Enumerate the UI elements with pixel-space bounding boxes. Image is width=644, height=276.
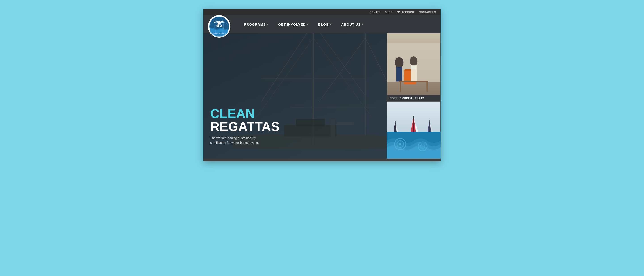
card-corpus-christi[interactable]: CORPUS CHRISTI, TEXAS <box>387 33 440 101</box>
shop-link[interactable]: SHOP <box>385 11 392 14</box>
hero-title-line2: REGATTAS <box>210 120 280 133</box>
card-waves-bottom[interactable] <box>387 132 440 159</box>
svg-rect-27 <box>396 67 402 81</box>
svg-rect-30 <box>399 81 428 82</box>
utility-bar: DONATE SHOP MY ACCOUNT CONTACT US <box>204 9 440 15</box>
hero-title-line1: CLEAN <box>210 107 280 120</box>
donate-link[interactable]: DONATE <box>370 11 380 14</box>
nav-get-involved[interactable]: GET INVOLVED ▾ <box>273 22 313 26</box>
svg-point-28 <box>410 56 418 66</box>
corpus-christi-label: CORPUS CHRISTI, TEXAS <box>387 95 440 101</box>
hero-section: CLEAN REGATTAS The world's leading susta… <box>204 33 440 159</box>
logo-circle: SAILORS FOR THE SEA POWERED BY OCEANA <box>208 15 230 38</box>
my-account-link[interactable]: MY ACCOUNT <box>397 11 414 14</box>
contact-us-link[interactable]: CONTACT US <box>419 11 436 14</box>
logo-container[interactable]: SAILORS FOR THE SEA POWERED BY OCEANA <box>208 15 232 40</box>
corpus-christi-image <box>387 33 440 101</box>
svg-point-26 <box>395 57 404 68</box>
hero-title: CLEAN REGATTAS <box>210 107 280 133</box>
logo-svg: SAILORS FOR THE SEA POWERED BY OCEANA <box>209 16 229 37</box>
hero-subtitle: The world's leading sustainability certi… <box>210 136 264 145</box>
chevron-down-icon: ▾ <box>362 23 363 26</box>
chevron-down-icon: ▾ <box>307 23 308 26</box>
hero-content: CLEAN REGATTAS The world's leading susta… <box>210 107 280 145</box>
nav-items: PROGRAMS ▾ GET INVOLVED ▾ BLOG ▾ ABOUT U… <box>239 22 436 26</box>
chevron-down-icon: ▾ <box>267 23 268 26</box>
svg-rect-29 <box>411 65 416 81</box>
waves-image <box>387 132 440 159</box>
svg-point-46 <box>399 143 402 145</box>
nav-blog[interactable]: BLOG ▾ <box>313 22 336 26</box>
nav-about-us[interactable]: ABOUT US ▾ <box>336 22 368 26</box>
chevron-down-icon: ▾ <box>330 23 332 26</box>
main-nav: SAILORS FOR THE SEA POWERED BY OCEANA PR… <box>204 15 440 33</box>
browser-window: DONATE SHOP MY ACCOUNT CONTACT US SAILOR… <box>204 9 440 161</box>
svg-text:POWERED BY OCEANA: POWERED BY OCEANA <box>212 33 226 34</box>
nav-programs[interactable]: PROGRAMS ▾ <box>239 22 273 26</box>
